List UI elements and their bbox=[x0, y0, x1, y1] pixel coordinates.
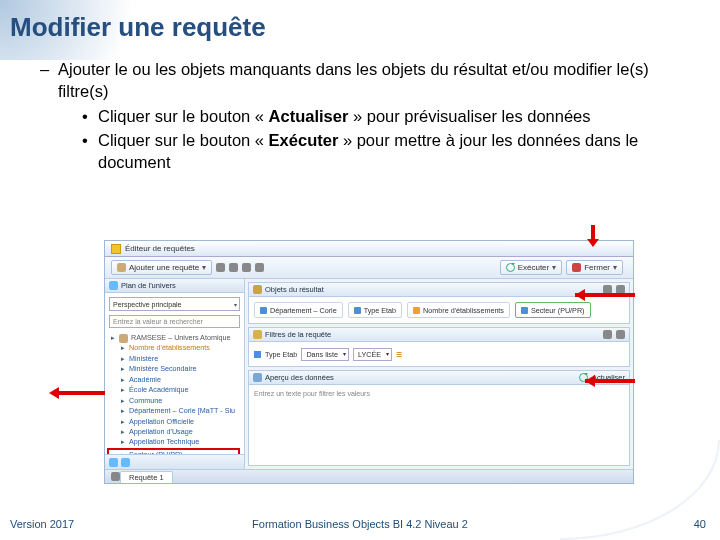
panel-icon bbox=[253, 285, 262, 294]
run-icon bbox=[506, 263, 515, 272]
dimension-icon bbox=[254, 351, 261, 358]
perspective-combo[interactable]: Perspective principale bbox=[109, 297, 240, 311]
tab-icon bbox=[109, 458, 118, 467]
bullet-dash: Ajouter le ou les objets manquants dans … bbox=[40, 58, 700, 173]
filter-icon bbox=[253, 330, 262, 339]
chip-measure[interactable]: Nombre d'établissements bbox=[407, 302, 510, 318]
toolbar-icon[interactable] bbox=[242, 263, 251, 272]
toolbar: Ajouter une requête▾ Exécuter▾ Fermer▾ bbox=[105, 257, 633, 279]
dimension-icon bbox=[521, 307, 528, 314]
universe-tree[interactable]: ▸RAMSESE – Univers Atomique ▸Nombre d'ét… bbox=[105, 331, 244, 454]
dimension-icon bbox=[260, 307, 267, 314]
window-titlebar: Éditeur de requêtes bbox=[105, 241, 633, 257]
chip-dim-new[interactable]: Secteur (PU/PR) bbox=[515, 302, 591, 318]
arrow-to-chip bbox=[575, 291, 645, 299]
chip-dim[interactable]: Département – Corie bbox=[254, 302, 343, 318]
slide-body: Ajouter le ou les objets manquants dans … bbox=[40, 58, 700, 177]
bullet-1: Cliquer sur le bouton « Actualiser » pou… bbox=[68, 105, 700, 127]
toolbar-icon[interactable] bbox=[229, 263, 238, 272]
filter-row[interactable]: Type Etab Dans liste LYCÉE ☰ bbox=[249, 342, 629, 366]
dash-text: Ajouter le ou les objets manquants dans … bbox=[58, 60, 649, 100]
result-objects-panel: Objets du résultat Département – Corie T… bbox=[248, 282, 630, 324]
expand-icon[interactable] bbox=[603, 330, 612, 339]
dimension-icon bbox=[354, 307, 361, 314]
add-query-button[interactable]: Ajouter une requête▾ bbox=[111, 260, 212, 275]
cube-icon bbox=[117, 263, 126, 272]
arrow-execute-top bbox=[589, 225, 597, 247]
result-chips[interactable]: Département – Corie Type Etab Nombre d'é… bbox=[249, 297, 629, 323]
tab-nav-icon[interactable] bbox=[111, 472, 120, 481]
prompt-icon[interactable]: ☰ bbox=[396, 350, 402, 359]
footer-page: 40 bbox=[694, 518, 706, 530]
window-title: Éditeur de requêtes bbox=[125, 244, 195, 253]
query-tab[interactable]: Requête 1 bbox=[120, 471, 173, 483]
tab-icon bbox=[121, 458, 130, 467]
close-button[interactable]: Fermer▾ bbox=[566, 260, 623, 275]
universe-search[interactable]: Entrez la valeur à rechercher bbox=[109, 315, 240, 328]
preview-icon bbox=[253, 373, 262, 382]
universe-panel-header: Plan de l'univers bbox=[105, 279, 244, 293]
operator-select[interactable]: Dans liste bbox=[301, 348, 349, 361]
measure-icon bbox=[413, 307, 420, 314]
panel-icon bbox=[109, 281, 118, 290]
main-area: Plan de l'univers Perspective principale… bbox=[105, 279, 633, 469]
run-button[interactable]: Exécuter▾ bbox=[500, 260, 563, 275]
toolbar-icon[interactable] bbox=[216, 263, 225, 272]
close-icon bbox=[572, 263, 581, 272]
app-icon bbox=[111, 244, 121, 254]
value-select[interactable]: LYCÉE bbox=[353, 348, 392, 361]
arrow-to-tree bbox=[49, 389, 105, 397]
query-tabs: Requête 1 bbox=[105, 469, 633, 483]
cube-icon bbox=[119, 334, 128, 343]
slide-title: Modifier une requête bbox=[10, 12, 266, 43]
filters-panel: Filtres de la requête Type Etab Dans lis… bbox=[248, 327, 630, 367]
query-editor-screenshot: Éditeur de requêtes Ajouter une requête▾… bbox=[104, 240, 634, 484]
bullet-2: Cliquer sur le bouton « Exécuter » pour … bbox=[68, 129, 700, 174]
toolbar-icon[interactable] bbox=[255, 263, 264, 272]
close-icon[interactable] bbox=[616, 330, 625, 339]
universe-panel: Plan de l'univers Perspective principale… bbox=[105, 279, 245, 469]
left-bottom-tabs[interactable] bbox=[105, 454, 244, 469]
chip-dim[interactable]: Type Etab bbox=[348, 302, 402, 318]
arrow-to-refresh bbox=[585, 377, 645, 385]
